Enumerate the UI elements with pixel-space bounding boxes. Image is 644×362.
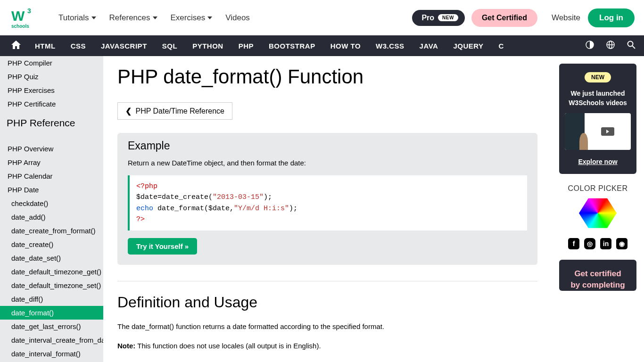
- nav-references[interactable]: References: [103, 13, 164, 23]
- nav-bootstrap[interactable]: BOOTSTRAP: [261, 42, 323, 50]
- note-label: Note:: [117, 342, 135, 350]
- nav-php[interactable]: PHP: [231, 42, 261, 50]
- sidebar-item[interactable]: PHP Quiz: [0, 70, 103, 83]
- nav-tutorials[interactable]: Tutorials: [52, 13, 103, 23]
- sidebar-heading: PHP Reference: [0, 111, 103, 132]
- sidebar-item[interactable]: PHP Certificate: [0, 97, 103, 111]
- theme-icon[interactable]: [586, 41, 594, 51]
- sidebar-item[interactable]: PHP Exercises: [0, 83, 103, 97]
- sidebar-item[interactable]: date_diff(): [0, 292, 103, 306]
- nav-html[interactable]: HTML: [27, 42, 63, 50]
- svg-text:3: 3: [27, 7, 31, 15]
- svg-text:schools: schools: [11, 24, 29, 29]
- code-token: "Y/m/d H:i:s": [234, 205, 289, 213]
- nav-label: Tutorials: [58, 13, 89, 23]
- caret-icon: [207, 16, 212, 19]
- website-link[interactable]: Website: [552, 13, 580, 23]
- discord-icon[interactable]: ◉: [616, 238, 627, 249]
- new-badge: NEW: [438, 14, 458, 21]
- color-picker[interactable]: [559, 197, 636, 230]
- caret-icon: [153, 16, 157, 19]
- nav-videos[interactable]: Videos: [219, 13, 256, 23]
- example-panel: Example Return a new DateTime object, an…: [117, 133, 537, 265]
- sidebar-item[interactable]: date_interval_format(): [0, 347, 103, 361]
- try-it-button[interactable]: Try it Yourself »: [128, 238, 197, 255]
- svg-point-7: [628, 41, 633, 46]
- nav-label: References: [109, 13, 150, 23]
- sidebar-item[interactable]: PHP Calendar: [0, 169, 103, 183]
- sidebar-item[interactable]: PHP Compiler: [0, 56, 103, 70]
- sidebar-item[interactable]: date_create(): [0, 238, 103, 251]
- reference-link-label: PHP Date/Time Reference: [135, 107, 224, 115]
- sidebar-item[interactable]: checkdate(): [0, 197, 103, 210]
- body-text: The date_format() function returns a dat…: [117, 321, 537, 332]
- caret-icon: [91, 16, 96, 19]
- main-content: PHP date_format() Function ❮ PHP Date/Ti…: [103, 56, 552, 362]
- promo-text: We just launchedW3Schools videos: [565, 89, 631, 107]
- right-rail: NEW We just launchedW3Schools videos Exp…: [552, 56, 644, 362]
- pro-label: Pro: [421, 14, 434, 22]
- nav-javascript[interactable]: JAVASCRIPT: [93, 42, 155, 50]
- nav-c[interactable]: C: [491, 42, 512, 50]
- color-picker-heading: COLOR PICKER: [559, 184, 636, 193]
- body-text: Note: This function does not use locales…: [117, 341, 537, 352]
- reference-link[interactable]: ❮ PHP Date/Time Reference: [117, 102, 232, 120]
- nav-label: Exercises: [171, 13, 206, 23]
- svg-line-8: [632, 46, 635, 49]
- sidebar-item[interactable]: date_create_from_format(): [0, 224, 103, 238]
- instagram-icon[interactable]: ◎: [584, 238, 595, 249]
- facebook-icon[interactable]: f: [568, 238, 579, 249]
- get-certified-button[interactable]: Get Certified: [471, 9, 537, 27]
- pro-button[interactable]: Pro NEW: [412, 10, 465, 26]
- linkedin-icon[interactable]: in: [600, 238, 611, 249]
- video-promo: NEW We just launchedW3Schools videos Exp…: [559, 64, 636, 174]
- sidebar-item[interactable]: date_get_last_errors(): [0, 320, 103, 333]
- code-token: ?>: [136, 215, 145, 223]
- sidebar-item[interactable]: date_interval_create_from_dat: [0, 333, 103, 347]
- section-heading: Definition and Usage: [117, 294, 537, 311]
- nav-jquery[interactable]: JQUERY: [446, 42, 491, 50]
- nav-java[interactable]: JAVA: [412, 42, 446, 50]
- sidebar-item[interactable]: date_date_set(): [0, 251, 103, 265]
- sidebar-item[interactable]: PHP Date: [0, 183, 103, 197]
- nav-howto[interactable]: HOW TO: [323, 42, 368, 50]
- secondary-nav: HTML CSS JAVASCRIPT SQL PYTHON PHP BOOTS…: [0, 35, 644, 56]
- divider: [117, 281, 537, 281]
- sidebar-item-active[interactable]: date_format(): [0, 306, 103, 320]
- page-title: PHP date_format() Function: [117, 66, 537, 88]
- sidebar-item[interactable]: date_add(): [0, 210, 103, 224]
- code-token: echo: [136, 205, 153, 213]
- search-icon[interactable]: [627, 41, 636, 51]
- home-icon[interactable]: [5, 41, 27, 51]
- code-token: );: [289, 205, 297, 213]
- topbar: W 3 schools Tutorials References Exercis…: [0, 0, 644, 35]
- logo[interactable]: W 3 schools: [9, 7, 38, 29]
- note-text: This function does not use locales (all …: [135, 342, 321, 350]
- code-token: );: [264, 193, 272, 201]
- nav-python[interactable]: PYTHON: [185, 42, 231, 50]
- nav-css[interactable]: CSS: [63, 42, 93, 50]
- sidebar-item[interactable]: PHP Array: [0, 156, 103, 169]
- code-token: "2013-03-15": [213, 193, 264, 201]
- social-links: f ◎ in ◉: [559, 238, 636, 249]
- sidebar: PHP Compiler PHP Quiz PHP Exercises PHP …: [0, 56, 103, 362]
- login-button[interactable]: Log in: [588, 8, 635, 27]
- sidebar-item[interactable]: PHP Overview: [0, 142, 103, 156]
- explore-link[interactable]: Explore now: [578, 158, 617, 165]
- code-token: date_format($date,: [153, 205, 234, 213]
- new-badge: NEW: [585, 72, 611, 82]
- example-description: Return a new DateTime object, and then f…: [128, 159, 527, 167]
- globe-icon[interactable]: [606, 41, 615, 51]
- svg-text:W: W: [11, 8, 25, 24]
- cert-promo[interactable]: Get certifiedby completing: [559, 260, 636, 291]
- play-icon: [601, 127, 614, 136]
- sidebar-item[interactable]: date_default_timezone_set(): [0, 279, 103, 292]
- nav-sql[interactable]: SQL: [155, 42, 185, 50]
- nav-exercises[interactable]: Exercises: [164, 13, 219, 23]
- video-thumbnail[interactable]: [565, 113, 631, 150]
- code-token: <?php: [136, 182, 157, 190]
- nav-w3css[interactable]: W3.CSS: [368, 42, 412, 50]
- code-token: $date=date_create(: [136, 193, 213, 201]
- sidebar-item[interactable]: date_default_timezone_get(): [0, 265, 103, 279]
- code-block: <?php $date=date_create("2013-03-15"); e…: [128, 175, 527, 230]
